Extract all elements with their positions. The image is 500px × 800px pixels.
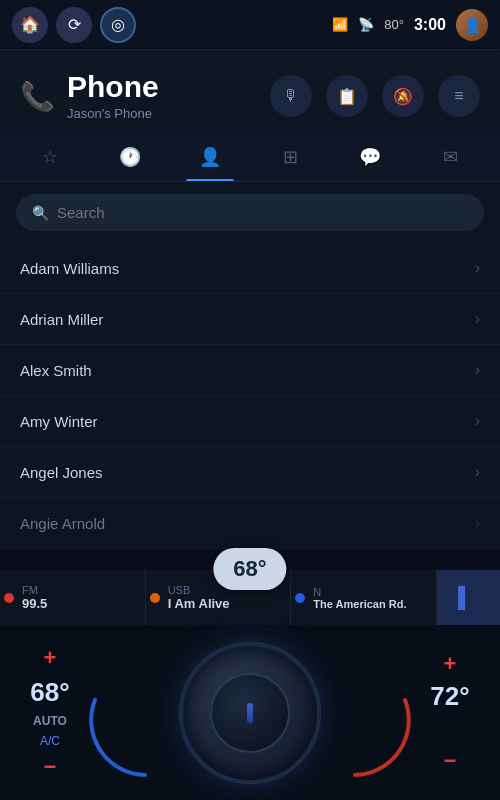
tab-recent[interactable]: 🕐 [90, 132, 170, 181]
chevron-icon: › [475, 514, 480, 532]
phone-title: Phone [67, 70, 159, 104]
contact-item-angel-jones[interactable]: Angel Jones › [0, 447, 500, 498]
search-input[interactable] [57, 204, 468, 221]
contact-item-amy-winter[interactable]: Amy Winter › [0, 396, 500, 447]
chevron-icon: › [475, 412, 480, 430]
search-icon: 🔍 [32, 205, 49, 221]
temperature-display: 80° [384, 17, 404, 32]
phone-icon: 📞 [20, 80, 55, 113]
search-container: 🔍 [0, 182, 500, 243]
contact-item-alex-smith[interactable]: Alex Smith › [0, 345, 500, 396]
alexa-button[interactable]: ◎ [100, 7, 136, 43]
chevron-icon: › [475, 310, 480, 328]
tab-bar: ☆ 🕐 👤 ⊞ 💬 ✉ [0, 132, 500, 182]
left-temp-decrease[interactable]: − [37, 754, 63, 780]
tab-favorites[interactable]: ☆ [10, 132, 90, 181]
user-avatar[interactable]: 👤 [456, 9, 488, 41]
fm-dot [4, 593, 14, 603]
nav-buttons: 🏠 ⟳ ◎ [12, 7, 136, 43]
chevron-icon: › [475, 361, 480, 379]
phone-title-area: 📞 Phone Jason's Phone [20, 70, 159, 122]
phone-subtitle: Jason's Phone [67, 106, 152, 121]
tab-contacts[interactable]: 👤 [170, 132, 250, 181]
media-nav[interactable]: N The American Rd. [291, 570, 437, 625]
nav-label: N [313, 586, 422, 598]
clock: 3:00 [414, 16, 446, 34]
contact-item-adrian-miller[interactable]: Adrian Miller › [0, 294, 500, 345]
media-fm[interactable]: FM 99.5 [0, 570, 146, 625]
current-temp-bubble: 68° [213, 548, 286, 590]
media-extra[interactable]: ▐ [437, 570, 500, 625]
left-temp-increase[interactable]: + [37, 645, 63, 671]
dial-inner [210, 673, 290, 753]
fm-label: FM [22, 584, 131, 596]
left-temp-display: 68° [30, 677, 69, 708]
right-temp-control: + 72° − [400, 625, 500, 800]
phone-title-text: Phone Jason's Phone [67, 70, 159, 122]
right-temp-increase[interactable]: + [437, 651, 463, 677]
dialpad-button[interactable]: 📋 [326, 75, 368, 117]
right-temp-decrease[interactable]: − [437, 748, 463, 774]
tab-keypad[interactable]: ⊞ [250, 132, 330, 181]
fm-value: 99.5 [22, 596, 131, 611]
nav-dot [295, 593, 305, 603]
contact-name: Adrian Miller [20, 311, 103, 328]
contact-list: Adam Williams › Adrian Miller › Alex Smi… [0, 243, 500, 549]
right-temp-display: 72° [430, 681, 469, 712]
climate-overlay: 68° FM 99.5 USB I Am Alive N The America… [0, 570, 500, 800]
auto-label: AUTO [33, 714, 67, 728]
nav-value: The American Rd. [313, 598, 422, 610]
ac-label: A/C [40, 734, 60, 748]
dial-indicator [247, 703, 253, 723]
tab-messages[interactable]: 💬 [330, 132, 410, 181]
right-temp-arc [345, 630, 415, 785]
usb-dot [150, 593, 160, 603]
usb-value: I Am Alive [168, 596, 277, 611]
mute-button[interactable]: 🔕 [382, 75, 424, 117]
contact-item-angie-arnold[interactable]: Angie Arnold › [0, 498, 500, 549]
signal-icon: 📡 [358, 17, 374, 32]
climate-controls: + 68° AUTO A/C − [0, 625, 500, 800]
search-bar: 🔍 [16, 194, 484, 231]
contact-name: Amy Winter [20, 413, 98, 430]
chevron-icon: › [475, 259, 480, 277]
contact-item-adam-williams[interactable]: Adam Williams › [0, 243, 500, 294]
connections-button[interactable]: ⟳ [56, 7, 92, 43]
wifi-icon: 📶 [332, 17, 348, 32]
tab-email[interactable]: ✉ [410, 132, 490, 181]
chevron-icon: › [475, 463, 480, 481]
contact-name: Adam Williams [20, 260, 119, 277]
status-indicators: 📶 📡 80° 3:00 👤 [332, 9, 488, 41]
home-button[interactable]: 🏠 [12, 7, 48, 43]
phone-header: 📞 Phone Jason's Phone 🎙 📋 🔕 ≡ [0, 50, 500, 132]
contact-name: Angie Arnold [20, 515, 105, 532]
settings-button[interactable]: ≡ [438, 75, 480, 117]
microphone-button[interactable]: 🎙 [270, 75, 312, 117]
status-bar: 🏠 ⟳ ◎ 📶 📡 80° 3:00 👤 [0, 0, 500, 50]
contact-name: Angel Jones [20, 464, 103, 481]
contact-name: Alex Smith [20, 362, 92, 379]
climate-dial[interactable] [175, 638, 325, 788]
dial-outer [180, 643, 320, 783]
phone-actions: 🎙 📋 🔕 ≡ [270, 75, 480, 117]
